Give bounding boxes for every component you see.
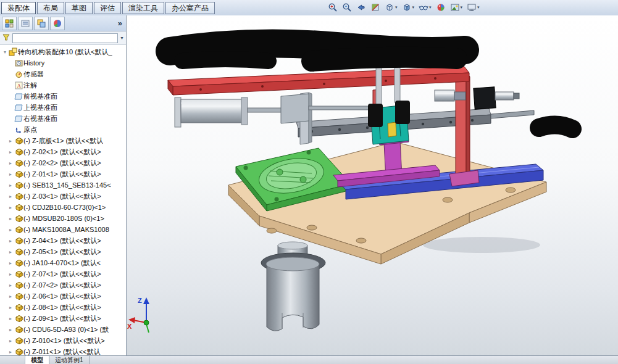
configurationmanager-tab[interactable] bbox=[34, 17, 49, 30]
svg-text:A: A bbox=[17, 83, 21, 89]
tree-item-9[interactable]: ▸(-) Z-02<2> (默认<<默认> bbox=[0, 157, 126, 168]
part-icon bbox=[14, 148, 23, 156]
tree-item-6[interactable]: 原点 bbox=[0, 124, 126, 135]
menu-tab-1[interactable]: 布局 bbox=[37, 2, 64, 14]
filter-input[interactable] bbox=[12, 33, 118, 43]
part-icon bbox=[14, 259, 23, 267]
tree-item-14[interactable]: ▸(-) MDSUB20-180S (0)<1> bbox=[0, 213, 126, 224]
tree-item-label: (-) CDJ2B10-60-C73(0)<1> bbox=[23, 204, 106, 211]
bottom-tab-bar: 模型运动算例1 bbox=[0, 355, 618, 364]
tree-item-label: (-) Z-04<1> (默认<<默认> bbox=[23, 236, 101, 246]
tree-item-7[interactable]: ▸(-) Z-底板<1> (默认<<默认 bbox=[0, 135, 126, 146]
bottom-tab-1[interactable]: 运动算例1 bbox=[49, 356, 90, 364]
section-view-icon[interactable] bbox=[369, 1, 382, 14]
tree-item-24[interactable]: ▸(-) CDU6-5D-A93 (0)<1> (默 bbox=[0, 324, 126, 335]
menu-tab-3[interactable]: 评估 bbox=[94, 2, 121, 14]
tree-item-4[interactable]: 上视基准面 bbox=[0, 102, 126, 113]
panel-header-tabs bbox=[2, 17, 65, 30]
tree-item-label: (-) Z-011<1> (默认<<默认 bbox=[23, 347, 101, 357]
expander-icon: ▸ bbox=[7, 249, 14, 255]
tree-root[interactable]: ▾转向机构装配体10 (默认<默认_ bbox=[0, 46, 126, 57]
orientation-triad[interactable]: Z X bbox=[127, 297, 149, 333]
tree-item-26[interactable]: ▸(-) Z-011<1> (默认<<默认 bbox=[0, 346, 126, 356]
part-icon bbox=[14, 181, 23, 189]
tree-item-label: (-) Z-01<1> (默认<<默认> bbox=[23, 170, 101, 179]
edit-appearance-icon[interactable] bbox=[434, 1, 448, 14]
bottom-tab-bar-tabs: 模型运动算例1 bbox=[25, 356, 90, 364]
previous-view-icon[interactable] bbox=[354, 1, 368, 14]
tree-item-21[interactable]: ▸(-) Z-06<1> (默认<<默认> bbox=[0, 291, 126, 302]
tree-item-13[interactable]: ▸(-) CDJ2B10-60-C73(0)<1> bbox=[0, 202, 126, 213]
view-toolbar: ▾▾▾▾▾ bbox=[326, 1, 482, 14]
part-icon bbox=[14, 170, 23, 178]
filter-dropdown-icon[interactable]: ▼ bbox=[120, 36, 124, 40]
propertymanager-tab[interactable] bbox=[18, 17, 33, 30]
tree-item-label: (-) Z-07<2> (默认<<默认> bbox=[23, 281, 101, 290]
expander-icon: ▸ bbox=[7, 316, 14, 321]
part-icon bbox=[14, 159, 23, 167]
history-icon bbox=[14, 59, 23, 67]
tree-item-18[interactable]: ▸(-) JA10-4-070<1> (默认< bbox=[0, 257, 126, 268]
tree-item-5[interactable]: 右视基准面 bbox=[0, 113, 126, 124]
zoom-area-icon[interactable] bbox=[326, 1, 340, 14]
menu-tab-5[interactable]: 办公室产品 bbox=[165, 2, 215, 14]
tree-item-20[interactable]: ▸(-) Z-07<2> (默认<<默认> bbox=[0, 279, 126, 291]
expander-icon: ▾ bbox=[2, 49, 8, 55]
hide-show-items-icon[interactable]: ▾ bbox=[417, 1, 433, 14]
expander-icon: ▸ bbox=[7, 138, 14, 144]
part-icon bbox=[14, 304, 23, 312]
guide-rail[interactable] bbox=[296, 109, 534, 137]
part-icon bbox=[14, 315, 23, 323]
menu-tabs: 装配体布局草图评估渲染工具办公室产品 bbox=[0, 0, 216, 15]
tree-item-12[interactable]: ▸(-) Z-03<1> (默认<<默认> bbox=[0, 191, 126, 202]
feature-tree: ▾转向机构装配体10 (默认<默认_History传感器A注解前视基准面上视基准… bbox=[0, 45, 126, 356]
expander-icon: ▸ bbox=[7, 216, 14, 221]
display-style-icon[interactable]: ▾ bbox=[400, 1, 417, 14]
tree-item-label: 原点 bbox=[23, 125, 37, 134]
annotations-icon: A bbox=[14, 81, 23, 89]
tree-item-label: 右视基准面 bbox=[23, 114, 57, 123]
tree-item-19[interactable]: ▸(-) Z-07<1> (默认<<默认> bbox=[0, 268, 126, 279]
view-orientation-icon[interactable]: ▾ bbox=[383, 1, 399, 14]
displaymanager-tab[interactable] bbox=[50, 17, 65, 30]
tree-item-1[interactable]: 传感器 bbox=[0, 68, 126, 80]
triad-z-label: Z bbox=[138, 297, 142, 304]
bottom-tab-0[interactable]: 模型 bbox=[25, 356, 49, 364]
origin-icon bbox=[14, 126, 23, 134]
tree-item-11[interactable]: ▸(-) SEB13_145_SEB13-145< bbox=[0, 180, 126, 191]
tree-item-3[interactable]: 前视基准面 bbox=[0, 91, 126, 102]
cad-scene[interactable]: Z X bbox=[127, 15, 618, 356]
triad-x-label: X bbox=[127, 323, 132, 330]
right-connector-parts[interactable] bbox=[435, 87, 519, 109]
tree-item-0[interactable]: History bbox=[0, 57, 126, 68]
tree-item-label: 传感器 bbox=[23, 70, 44, 79]
collapse-chevron-icon[interactable]: » bbox=[116, 19, 124, 28]
part-icon bbox=[14, 192, 23, 201]
menu-tab-4[interactable]: 渲染工具 bbox=[122, 2, 164, 14]
view-settings-icon[interactable]: ▾ bbox=[465, 1, 482, 14]
tree-item-15[interactable]: ▸(-) MAKS1008A_MAKS1008 bbox=[0, 224, 126, 235]
apply-scene-icon[interactable]: ▾ bbox=[448, 1, 465, 14]
expander-icon: ▸ bbox=[7, 283, 14, 288]
zoom-fit-icon[interactable] bbox=[340, 1, 354, 14]
tree-item-label: (-) JA10-4-070<1> (默认< bbox=[23, 259, 101, 268]
tree-item-label: (-) Z-08<1> (默认<<默认> bbox=[23, 303, 101, 312]
tree-item-25[interactable]: ▸(-) Z-010<1> (默认<<默认> bbox=[0, 335, 126, 346]
tree-item-16[interactable]: ▸(-) Z-04<1> (默认<<默认> bbox=[0, 235, 126, 246]
graphics-viewport[interactable]: Z X bbox=[127, 15, 618, 356]
tree-item-17[interactable]: ▸(-) Z-05<1> (默认<<默认> bbox=[0, 246, 126, 257]
tree-item-label: 注解 bbox=[23, 81, 37, 90]
expander-icon: ▸ bbox=[7, 271, 14, 277]
tree-item-8[interactable]: ▸(-) Z-02<1> (默认<<默认> bbox=[0, 146, 126, 157]
bottom-tab-scroll-area[interactable] bbox=[0, 356, 25, 364]
part-icon bbox=[14, 248, 23, 256]
menu-tab-2[interactable]: 草图 bbox=[65, 2, 93, 14]
tree-item-2[interactable]: A注解 bbox=[0, 80, 126, 91]
tree-item-23[interactable]: ▸(-) Z-09<1> (默认<<默认> bbox=[0, 313, 126, 324]
tree-item-10[interactable]: ▸(-) Z-01<1> (默认<<默认> bbox=[0, 168, 126, 180]
vertical-cylinder[interactable] bbox=[261, 242, 325, 331]
featuremanager-tree-tab[interactable] bbox=[2, 17, 17, 30]
expander-icon: ▸ bbox=[7, 183, 14, 188]
tree-item-22[interactable]: ▸(-) Z-08<1> (默认<<默认> bbox=[0, 302, 126, 313]
menu-tab-0[interactable]: 装配体 bbox=[1, 2, 36, 14]
